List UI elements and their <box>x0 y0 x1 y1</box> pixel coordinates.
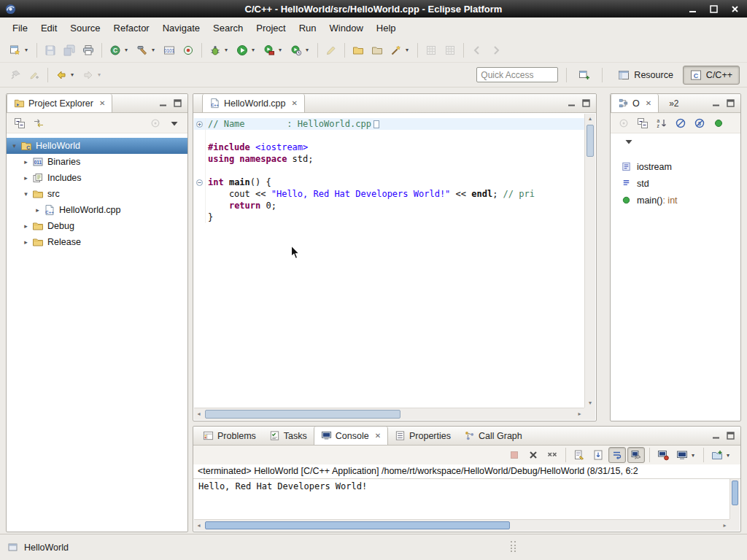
tree-item-includes[interactable]: ▸Includes <box>7 170 187 186</box>
view-menu-button[interactable] <box>620 135 638 148</box>
close-icon[interactable]: ✕ <box>375 432 381 440</box>
next-annotation-button[interactable] <box>422 42 440 59</box>
display-console-button[interactable]: ▾ <box>673 447 699 463</box>
hide-fields-button[interactable] <box>672 115 689 131</box>
console-horizontal-scrollbar[interactable]: ◂ ▸ <box>194 519 729 531</box>
outline-item-iostream[interactable]: iostream <box>611 158 740 175</box>
forward-history-button[interactable] <box>487 42 505 59</box>
tab-console[interactable]: Console✕ <box>314 427 388 445</box>
show-stdout-button[interactable] <box>654 447 672 463</box>
profile-button[interactable]: ▾ <box>287 42 313 59</box>
tree-expand-arrow[interactable]: ▸ <box>21 158 31 166</box>
save-all-button[interactable] <box>61 42 78 59</box>
build-button[interactable]: ▾ <box>133 42 159 59</box>
run-button[interactable]: ▾ <box>233 42 259 59</box>
tree-item-binaries[interactable]: ▸011Binaries <box>7 154 187 170</box>
open-perspective-button[interactable] <box>576 66 593 84</box>
tree-collapse-arrow[interactable]: ▾ <box>9 142 19 149</box>
pin-editor-button[interactable] <box>7 66 24 84</box>
tree-expand-arrow[interactable]: ▸ <box>21 222 31 230</box>
new-wizard-button[interactable]: ▾ <box>7 42 32 59</box>
menu-help[interactable]: Help <box>370 19 403 37</box>
open-console-button[interactable]: ▾ <box>708 447 734 463</box>
menu-source[interactable]: Source <box>63 19 107 37</box>
code-editor[interactable]: +// Name : HelloWorld.cpp#include <iostr… <box>194 114 584 408</box>
tab-project-explorer[interactable]: Project Explorer ✕ <box>7 94 112 112</box>
scroll-down-icon[interactable]: ▾ <box>585 398 595 408</box>
tree-item-debug[interactable]: ▸Debug <box>7 218 187 234</box>
folded-region-box[interactable] <box>374 120 379 128</box>
horizontal-scrollbar-thumb[interactable] <box>205 521 510 529</box>
perspective-cdt[interactable]: CC/C++ <box>683 66 740 85</box>
tree-item-release[interactable]: ▸Release <box>7 234 187 250</box>
editor-horizontal-scrollbar[interactable]: ◂ ▸ <box>194 408 584 420</box>
menu-window[interactable]: Window <box>323 19 370 37</box>
tree-item-helloworld-cpp[interactable]: ▸C++HelloWorld.cpp <box>7 202 187 218</box>
sash-grip[interactable] <box>511 541 516 552</box>
menu-search[interactable]: Search <box>206 19 249 37</box>
last-edit-location-button[interactable] <box>26 66 43 84</box>
close-icon[interactable]: ✕ <box>292 99 298 107</box>
menu-refactor[interactable]: Refactor <box>107 19 156 37</box>
close-window-icon[interactable] <box>730 4 740 14</box>
menu-navigate[interactable]: Navigate <box>156 19 206 37</box>
scroll-left-icon[interactable]: ◂ <box>194 408 204 420</box>
app-icon[interactable] <box>5 4 16 15</box>
scroll-up-icon[interactable]: ▴ <box>585 114 595 123</box>
fold-minus-icon[interactable]: − <box>194 176 206 188</box>
vertical-scrollbar-thumb[interactable] <box>587 125 594 157</box>
close-icon[interactable]: ✕ <box>99 99 105 107</box>
quick-access-input[interactable] <box>476 67 558 82</box>
tree-expand-arrow[interactable]: ▸ <box>21 238 31 246</box>
vertical-scrollbar-thumb[interactable] <box>732 481 738 505</box>
menu-file[interactable]: File <box>6 19 34 37</box>
editor-vertical-scrollbar[interactable]: ▴ ▾ <box>584 114 595 408</box>
back-history-button[interactable] <box>468 42 486 59</box>
maximize-view-button[interactable] <box>174 99 182 107</box>
hide-static-button[interactable]: S <box>691 115 708 131</box>
maximize-view-button[interactable] <box>727 432 735 440</box>
tab-problems[interactable]: Problems <box>196 427 263 445</box>
tree-item-helloworld[interactable]: ▾CHelloWorld <box>7 138 187 154</box>
tab-properties[interactable]: Properties <box>388 427 457 445</box>
tree-collapse-arrow[interactable]: ▾ <box>21 190 31 198</box>
tab-outline[interactable]: O ✕ <box>611 94 659 112</box>
minimize-view-button[interactable] <box>159 99 167 107</box>
open-resource-button[interactable] <box>368 42 386 59</box>
view-menu-button[interactable] <box>166 115 183 131</box>
tab-call-graph[interactable]: Call Graph <box>457 427 529 445</box>
remove-launch-button[interactable] <box>525 447 542 463</box>
make-target-button[interactable] <box>179 42 197 59</box>
sort-button[interactable]: az <box>653 115 670 131</box>
save-button[interactable] <box>42 42 59 59</box>
print-button[interactable] <box>80 42 97 59</box>
collapse-all-button[interactable] <box>11 115 28 131</box>
prev-annotation-button[interactable] <box>441 42 459 59</box>
minimize-window-icon[interactable] <box>688 4 697 14</box>
menu-project[interactable]: Project <box>249 19 292 37</box>
back-button[interactable]: ▾ <box>53 66 78 84</box>
forward-button[interactable]: ▾ <box>80 66 105 84</box>
terminate-button[interactable] <box>506 447 523 463</box>
pin-console-button[interactable] <box>627 447 645 463</box>
tab-tasks[interactable]: Tasks <box>263 427 314 445</box>
maximize-window-icon[interactable] <box>709 4 719 14</box>
scroll-left-icon[interactable]: ◂ <box>194 520 204 531</box>
link-editor-button[interactable] <box>30 115 47 131</box>
debug-button[interactable]: ▾ <box>206 42 232 59</box>
new-class-button[interactable]: C▾ <box>107 42 132 59</box>
scroll-right-icon[interactable]: ▸ <box>575 408 584 420</box>
remove-all-button[interactable] <box>543 447 561 463</box>
word-wrap-button[interactable] <box>608 447 626 463</box>
perspective-resource[interactable]: Resource <box>611 66 681 85</box>
focus-button[interactable] <box>147 115 164 131</box>
collapse-all-button[interactable] <box>634 115 651 131</box>
console-vertical-scrollbar[interactable] <box>729 479 740 519</box>
fold-plus-icon[interactable]: + <box>194 118 206 130</box>
horizontal-scrollbar-thumb[interactable] <box>205 410 400 419</box>
console-output[interactable]: Hello, Red Hat Developers World! <box>194 479 729 519</box>
open-type-button[interactable] <box>349 42 367 59</box>
close-icon[interactable]: ✕ <box>646 99 651 107</box>
tree-expand-arrow[interactable]: ▸ <box>21 174 31 182</box>
binary-console-button[interactable]: 0101 <box>160 42 178 59</box>
